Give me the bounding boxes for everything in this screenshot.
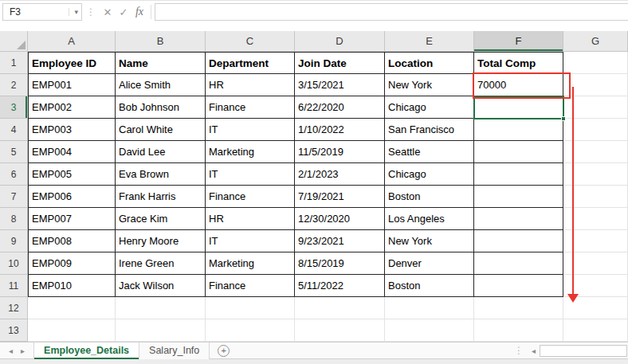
row-header-4[interactable]: 4	[0, 119, 28, 141]
cell-D5[interactable]: 11/5/2019	[295, 141, 385, 163]
cell-C8[interactable]: HR	[206, 208, 295, 230]
cell-C13[interactable]	[206, 319, 295, 342]
cell-D11[interactable]: 5/11/2022	[295, 275, 385, 297]
column-header-F[interactable]: F	[474, 31, 563, 52]
cell-A13[interactable]	[28, 319, 116, 342]
row-header-13[interactable]: 13	[0, 319, 28, 342]
row-header-7[interactable]: 7	[0, 186, 28, 208]
cell-A4[interactable]: EMP003	[28, 119, 116, 141]
cell-B7[interactable]: Frank Harris	[116, 186, 206, 208]
insert-function-icon[interactable]: fx	[131, 6, 147, 18]
cell-D12[interactable]	[295, 297, 385, 319]
cell-C3[interactable]: Finance	[206, 96, 295, 119]
cell-F8[interactable]	[474, 208, 563, 230]
horizontal-scrollbar[interactable]	[540, 345, 627, 357]
cell-E5[interactable]: Seattle	[385, 141, 474, 163]
cell-C1[interactable]: Department	[206, 52, 295, 74]
cell-D4[interactable]: 1/10/2022	[295, 119, 385, 141]
column-header-C[interactable]: C	[206, 31, 295, 52]
cell-E10[interactable]: Denver	[385, 252, 474, 275]
cell-B8[interactable]: Grace Kim	[116, 208, 206, 230]
cell-A3[interactable]: EMP002	[28, 96, 116, 119]
column-header-D[interactable]: D	[295, 31, 385, 52]
cell-D8[interactable]: 12/30/2020	[295, 208, 385, 230]
cell-F6[interactable]	[474, 163, 563, 186]
name-box-dropdown-icon[interactable]: ▾	[69, 8, 78, 16]
select-all-corner[interactable]	[0, 31, 28, 52]
cell-A12[interactable]	[28, 297, 116, 319]
cell-B10[interactable]: Irene Green	[116, 252, 206, 275]
cell-E3[interactable]: Chicago	[385, 96, 474, 119]
cell-C2[interactable]: HR	[206, 74, 295, 96]
formula-input[interactable]	[155, 3, 628, 21]
row-header-11[interactable]: 11	[0, 275, 28, 297]
cell-F13[interactable]	[474, 319, 563, 342]
cell-B3[interactable]: Bob Johnson	[116, 96, 206, 119]
sheet-tab-employee-details[interactable]: Employee_Details	[33, 342, 139, 359]
cell-D6[interactable]: 2/1/2023	[295, 163, 385, 186]
cell-A1[interactable]: Employee ID	[28, 52, 116, 74]
cell-C4[interactable]: IT	[206, 119, 295, 141]
cell-C7[interactable]: Finance	[206, 186, 295, 208]
fill-handle[interactable]	[561, 116, 566, 121]
name-box[interactable]: F3 ▾	[2, 3, 82, 21]
tab-nav-left-icon[interactable]: ◂	[5, 346, 17, 355]
cell-E6[interactable]: Chicago	[385, 163, 474, 186]
scroll-left-icon[interactable]: ◂	[528, 346, 540, 355]
cell-F7[interactable]	[474, 186, 563, 208]
cell-E11[interactable]: Boston	[385, 275, 474, 297]
cell-E1[interactable]: Location	[385, 52, 474, 74]
new-sheet-button[interactable]: +	[218, 345, 230, 357]
cell-A9[interactable]: EMP008	[28, 230, 116, 252]
cell-E13[interactable]	[385, 319, 474, 342]
cell-A5[interactable]: EMP004	[28, 141, 116, 163]
column-header-E[interactable]: E	[385, 31, 474, 52]
cell-E8[interactable]: Los Angeles	[385, 208, 474, 230]
cell-C12[interactable]	[206, 297, 295, 319]
cell-B13[interactable]	[116, 319, 206, 342]
cell-F10[interactable]	[474, 252, 563, 275]
cancel-icon[interactable]: ✕	[100, 6, 116, 18]
cell-D1[interactable]: Join Date	[295, 52, 385, 74]
cell-F4[interactable]	[474, 119, 563, 141]
column-header-G[interactable]: G	[563, 31, 628, 52]
cell-G13[interactable]	[563, 319, 628, 342]
row-header-9[interactable]: 9	[0, 230, 28, 252]
tab-nav-right-icon[interactable]: ▸	[17, 346, 29, 355]
row-header-2[interactable]: 2	[0, 74, 28, 96]
cell-F5[interactable]	[474, 141, 563, 163]
cell-E4[interactable]: San Francisco	[385, 119, 474, 141]
cell-B5[interactable]: David Lee	[116, 141, 206, 163]
cell-F9[interactable]	[474, 230, 563, 252]
cell-A8[interactable]: EMP007	[28, 208, 116, 230]
cell-C6[interactable]: IT	[206, 163, 295, 186]
cell-B6[interactable]: Eva Brown	[116, 163, 206, 186]
column-header-A[interactable]: A	[28, 31, 116, 52]
cell-A7[interactable]: EMP006	[28, 186, 116, 208]
cell-B4[interactable]: Carol White	[116, 119, 206, 141]
row-header-8[interactable]: 8	[0, 208, 28, 230]
cell-B12[interactable]	[116, 297, 206, 319]
cell-E12[interactable]	[385, 297, 474, 319]
cell-F1[interactable]: Total Comp	[474, 52, 563, 74]
row-header-10[interactable]: 10	[0, 252, 28, 275]
row-header-6[interactable]: 6	[0, 163, 28, 186]
cell-A11[interactable]: EMP010	[28, 275, 116, 297]
row-header-12[interactable]: 12	[0, 297, 28, 319]
sheet-tab-salary-info[interactable]: Salary_Info	[139, 342, 210, 359]
cell-F11[interactable]	[474, 275, 563, 297]
cell-C5[interactable]: Marketing	[206, 141, 295, 163]
enter-icon[interactable]: ✓	[116, 6, 131, 18]
cell-D13[interactable]	[295, 319, 385, 342]
cell-C11[interactable]: Finance	[206, 275, 295, 297]
cell-A2[interactable]: EMP001	[28, 74, 116, 96]
cell-B2[interactable]: Alice Smith	[116, 74, 206, 96]
cell-D7[interactable]: 7/19/2021	[295, 186, 385, 208]
cell-B11[interactable]: Jack Wilson	[116, 275, 206, 297]
cell-D10[interactable]: 8/15/2019	[295, 252, 385, 275]
cell-F12[interactable]	[474, 297, 563, 319]
cell-A10[interactable]: EMP009	[28, 252, 116, 275]
cell-E9[interactable]: New York	[385, 230, 474, 252]
cell-D3[interactable]: 6/22/2020	[295, 96, 385, 119]
cell-D9[interactable]: 9/23/2021	[295, 230, 385, 252]
